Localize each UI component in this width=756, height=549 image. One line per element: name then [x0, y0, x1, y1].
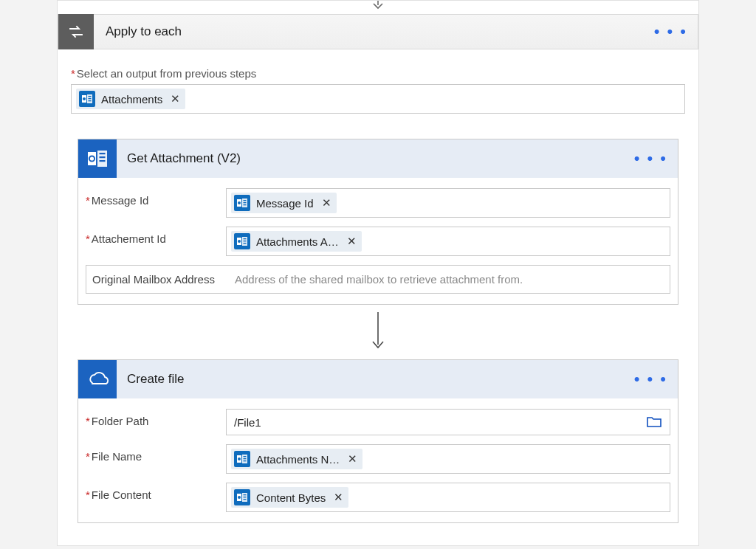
get-attachment-menu-button[interactable]: • • •: [624, 154, 678, 163]
file-name-input[interactable]: Attachments N… ✕: [226, 444, 670, 474]
folder-picker-icon[interactable]: [646, 415, 662, 429]
folder-path-input[interactable]: [226, 409, 670, 435]
get-attachment-body: *Message Id Message Id ✕: [78, 178, 678, 304]
create-file-menu-button[interactable]: • • •: [624, 375, 678, 384]
svg-point-30: [238, 458, 241, 460]
svg-point-23: [238, 240, 241, 243]
folder-path-text[interactable]: [234, 416, 640, 429]
mailbox-address-input[interactable]: Address of the shared mailbox to retriev…: [226, 265, 670, 294]
create-file-card: Create file • • • *Folder Path: [78, 359, 678, 523]
file-name-token[interactable]: Attachments N… ✕: [231, 449, 362, 469]
remove-token-button[interactable]: ✕: [320, 196, 334, 210]
apply-to-each-header[interactable]: Apply to each • • •: [58, 14, 698, 49]
file-content-input[interactable]: Content Bytes ✕: [226, 483, 670, 512]
svg-rect-28: [244, 458, 247, 459]
token-label: Attachments: [101, 93, 162, 106]
remove-token-button[interactable]: ✕: [346, 452, 360, 466]
outlook-connector-icon: [234, 489, 250, 505]
svg-rect-33: [244, 494, 247, 495]
create-file-body: *Folder Path *File Name: [78, 398, 678, 522]
svg-point-17: [238, 201, 241, 204]
output-from-input[interactable]: Attachments ✕: [71, 84, 685, 114]
svg-rect-35: [244, 499, 247, 500]
token-label: Attachments A…: [256, 235, 339, 248]
token-label: Message Id: [256, 197, 314, 210]
svg-rect-34: [244, 497, 247, 497]
token-label: Attachments N…: [256, 453, 340, 466]
svg-rect-3: [89, 98, 92, 99]
incoming-connector-icon: [371, 0, 385, 10]
apply-to-each-menu-button[interactable]: • • •: [644, 27, 698, 36]
onedrive-action-icon: [78, 360, 117, 398]
get-attachment-card: Get Attachment (V2) • • • *Message Id: [78, 139, 678, 305]
svg-rect-20: [244, 238, 247, 239]
outlook-connector-icon: [79, 91, 95, 107]
svg-rect-15: [244, 202, 247, 203]
mailbox-address-label: Original Mailbox Address: [86, 265, 226, 294]
apply-to-each-body: *Select an output from previous steps At…: [58, 67, 698, 523]
attachment-id-label: *Attachement Id: [86, 227, 226, 256]
svg-point-5: [83, 97, 86, 100]
loop-icon: [58, 14, 94, 49]
outlook-action-icon: [78, 139, 117, 178]
svg-point-36: [238, 496, 241, 499]
get-attachment-title: Get Attachment (V2): [117, 151, 624, 166]
attachments-token[interactable]: Attachments ✕: [76, 89, 185, 109]
folder-path-label: *Folder Path: [86, 409, 226, 435]
message-id-token[interactable]: Message Id ✕: [231, 193, 337, 213]
attachment-id-input[interactable]: Attachments A… ✕: [226, 227, 670, 256]
svg-rect-4: [89, 100, 92, 101]
svg-rect-9: [100, 156, 106, 158]
message-id-label: *Message Id: [86, 188, 226, 218]
get-attachment-header[interactable]: Get Attachment (V2) • • •: [78, 139, 678, 178]
file-content-label: *File Content: [86, 483, 226, 512]
output-from-label: *Select an output from previous steps: [71, 67, 685, 80]
required-marker: *: [71, 67, 75, 80]
svg-rect-8: [100, 153, 106, 154]
apply-to-each-title: Apply to each: [94, 24, 644, 39]
flow-designer-canvas: Apply to each • • • *Select an output fr…: [57, 0, 699, 546]
file-content-token[interactable]: Content Bytes ✕: [231, 487, 348, 508]
svg-rect-29: [244, 460, 247, 461]
svg-rect-21: [244, 241, 247, 241]
connector-arrow: [71, 311, 685, 352]
remove-token-button[interactable]: ✕: [345, 235, 359, 248]
svg-rect-2: [89, 96, 92, 97]
svg-rect-10: [100, 160, 106, 162]
remove-token-button[interactable]: ✕: [331, 491, 346, 504]
svg-rect-14: [244, 200, 247, 201]
outlook-connector-icon: [234, 195, 250, 211]
create-file-title: Create file: [117, 372, 624, 387]
token-label: Content Bytes: [256, 491, 326, 504]
svg-rect-16: [244, 204, 247, 205]
remove-token-button[interactable]: ✕: [168, 92, 182, 106]
file-name-label: *File Name: [86, 444, 226, 474]
outlook-connector-icon: [234, 233, 250, 249]
create-file-header[interactable]: Create file • • •: [78, 360, 678, 398]
svg-rect-22: [244, 243, 247, 244]
outlook-connector-icon: [234, 451, 250, 467]
message-id-input[interactable]: Message Id ✕: [226, 188, 670, 218]
attachment-id-token[interactable]: Attachments A… ✕: [231, 231, 362, 252]
svg-rect-27: [244, 456, 247, 457]
